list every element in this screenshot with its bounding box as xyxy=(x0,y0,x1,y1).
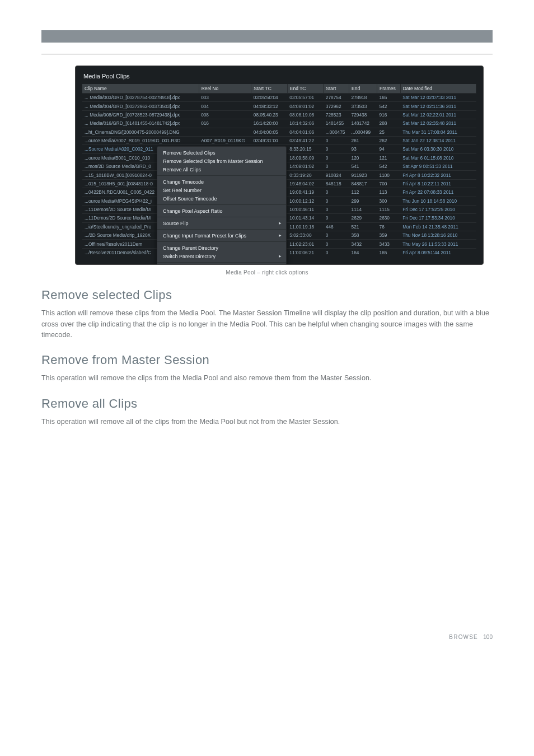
cell: 08:06:19:08 xyxy=(287,110,324,119)
cell: 278918 xyxy=(349,94,377,102)
cell: 288 xyxy=(377,119,401,128)
cell: 03:05:57:01 xyxy=(287,94,324,102)
col-start-tc[interactable]: Start TC xyxy=(251,84,288,94)
cell: 729438 xyxy=(349,110,377,119)
menu-item[interactable]: Remove All Clips xyxy=(157,165,286,174)
cell: Sat Apr 9 00:51:33 2011 xyxy=(400,162,476,171)
menu-item[interactable]: Add Into Proxy Manager xyxy=(157,264,286,265)
panel-title: Media Pool Clips xyxy=(83,73,476,80)
cell: 359 xyxy=(377,231,401,240)
cell: 04:04:01:06 xyxy=(287,128,324,136)
table-header: Clip Name Reel No Start TC End TC Start … xyxy=(82,84,476,94)
cell: ... Media/003/GRD_[00278754-00278918].dp… xyxy=(82,94,199,102)
cell: Thu Jun 10 18:14:58 2010 xyxy=(400,197,476,205)
cell: 0 xyxy=(324,240,349,248)
cell: 03:05:50:04 xyxy=(251,94,288,102)
menu-item[interactable]: Change Timecode xyxy=(157,178,286,186)
cell: Fri Apr 22 07:08:33 2011 xyxy=(400,188,476,197)
col-reel-no[interactable]: Reel No xyxy=(199,84,251,94)
cell: 19:08:41:19 xyxy=(287,188,324,197)
cell: ... Media/004/GRD_[00372962-00373503].dp… xyxy=(82,102,199,110)
cell: 0 xyxy=(324,197,349,205)
cell: 1481742 xyxy=(349,119,377,128)
menu-divider xyxy=(157,217,286,217)
heading-remove-selected: Remove selected Clips xyxy=(41,288,493,302)
menu-item[interactable]: Switch Parent Directory xyxy=(157,252,286,260)
cell: Sat Mar 12 02:22:01 2011 xyxy=(400,110,476,119)
menu-divider xyxy=(157,204,286,205)
cell: 1114 xyxy=(349,205,377,213)
cell: 003 xyxy=(199,94,251,102)
cell: 11:00:19:18 xyxy=(287,222,324,231)
footer-page: 100 xyxy=(483,634,493,640)
cell: 262 xyxy=(377,136,401,144)
cell: Mon Feb 14 21:35:48 2011 xyxy=(400,222,476,231)
body-remove-all: This operation will remove all of the cl… xyxy=(41,417,493,427)
menu-item[interactable]: Set Reel Number xyxy=(157,186,286,194)
table-row[interactable]: ... Media/004/GRD_[00372962-00373503].dp… xyxy=(82,102,476,110)
menu-item[interactable]: Change Pixel Aspect Ratio xyxy=(157,207,286,215)
cell: Fri Apr 8 10:22:32 2011 xyxy=(400,171,476,179)
table-row[interactable]: ... Media/008/GRD_[00728523-08729438].dp… xyxy=(82,110,476,119)
table-row[interactable]: ...ource Media/A007_R019_0119KG_001.R3DA… xyxy=(82,136,476,144)
col-clip-name[interactable]: Clip Name xyxy=(82,84,199,94)
col-start[interactable]: Start xyxy=(324,84,349,94)
menu-item[interactable]: Change Parent Directory xyxy=(157,244,286,252)
col-date-modified[interactable]: Date Modified xyxy=(400,84,476,94)
cell: Fri Dec 17 17:53:34 2010 xyxy=(400,214,476,222)
cell: ...ht_CinemaDNG/[20000475-20000499].DNG xyxy=(82,128,199,136)
cell: 848817 xyxy=(349,179,377,188)
cell: 261 xyxy=(349,136,377,144)
cell: 165 xyxy=(377,248,401,256)
footer: BROWSE 100 xyxy=(41,629,493,640)
cell: 16:14:20:00 xyxy=(251,119,288,128)
cell: Thu May 26 11:55:33 2011 xyxy=(400,240,476,248)
table-row[interactable]: ... Media/003/GRD_[00278754-00278918].dp… xyxy=(82,94,476,102)
cell: 521 xyxy=(349,222,377,231)
menu-item[interactable]: Remove Selected Clips from Master Sessio… xyxy=(157,157,286,165)
menu-item[interactable]: Source Flip xyxy=(157,219,286,227)
cell: 0 xyxy=(324,153,349,162)
cell: 008 xyxy=(199,110,251,119)
cell: 19:48:04:02 xyxy=(287,179,324,188)
cell: 04:08:33:12 xyxy=(251,102,288,110)
cell: 3432 xyxy=(349,240,377,248)
media-pool-screenshot: Media Pool Clips Clip Name Reel No Start… xyxy=(75,66,484,265)
cell: 2630 xyxy=(377,214,401,222)
cell: 910824 xyxy=(324,171,349,179)
cell: 18:09:58:09 xyxy=(287,153,324,162)
cell: 0 xyxy=(324,205,349,213)
cell: 164 xyxy=(349,248,377,256)
col-frames[interactable]: Frames xyxy=(377,84,401,94)
cell: 1115 xyxy=(377,205,401,213)
cell: Fri Apr 8 10:22:11 2011 xyxy=(400,179,476,188)
cell: 0 xyxy=(324,162,349,171)
cell: 1100 xyxy=(377,171,401,179)
cell: 120 xyxy=(349,153,377,162)
cell: 0 xyxy=(324,214,349,222)
menu-item[interactable]: Remove Selected Clips xyxy=(157,148,286,157)
cell: 14:09:01:02 xyxy=(287,162,324,171)
cell: 700 xyxy=(377,179,401,188)
cell: 0 xyxy=(324,248,349,256)
col-end-tc[interactable]: End TC xyxy=(287,84,324,94)
cell: Sat Mar 12 02:35:48 2011 xyxy=(400,119,476,128)
table-row[interactable]: ...ht_CinemaDNG/[20000475-20000499].DNG0… xyxy=(82,128,476,136)
menu-item[interactable]: Change Input Format Preset for Clips xyxy=(157,231,286,240)
cell: Fri Dec 17 17:52:25 2010 xyxy=(400,205,476,213)
cell: Fri Apr 8 09:51:44 2011 xyxy=(400,248,476,256)
cell: 10:01:43:14 xyxy=(287,214,324,222)
cell: 0 xyxy=(324,136,349,144)
cell: Sat Mar 6 03:30:30 2010 xyxy=(400,145,476,153)
menu-item[interactable]: Offset Source Timecode xyxy=(157,194,286,203)
cell: 03:49:41:22 xyxy=(287,136,324,144)
cell: ...000499 xyxy=(349,128,377,136)
table-row[interactable]: ... Media/016/GRD_[01481455-01481742].dp… xyxy=(82,119,476,128)
col-end[interactable]: End xyxy=(349,84,377,94)
cell: Sat Jan 22 12:38:14 2011 xyxy=(400,136,476,144)
context-menu[interactable]: Remove Selected ClipsRemove Selected Cli… xyxy=(157,146,287,265)
cell: 76 xyxy=(377,222,401,231)
cell: 165 xyxy=(377,94,401,102)
cell: Sat Mar 12 02:11:36 2011 xyxy=(400,102,476,110)
menu-divider xyxy=(157,229,286,230)
